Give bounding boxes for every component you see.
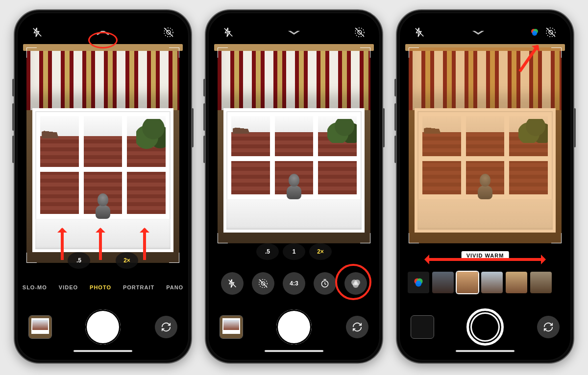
- mode-slomo[interactable]: SLO-MO: [23, 284, 47, 290]
- live-photo-icon[interactable]: [162, 25, 175, 39]
- zoom-2x[interactable]: 2×: [116, 252, 138, 269]
- phone-frame-2: .5 1 2× 4:3: [205, 9, 383, 364]
- filter-selector[interactable]: [404, 270, 566, 295]
- svg-point-25: [416, 281, 421, 286]
- flash-icon[interactable]: [413, 25, 426, 39]
- svg-point-15: [353, 282, 359, 288]
- screen-3: VIVID WARM: [404, 17, 566, 356]
- flash-icon[interactable]: [221, 25, 235, 39]
- last-photo-thumbnail[interactable]: [411, 315, 434, 339]
- mode-video[interactable]: VIDEO: [59, 284, 78, 290]
- switch-camera-button[interactable]: [346, 316, 368, 338]
- tutorial-triptych: .5 2× SLO-MO VIDEO PHOTO PORTRAIT PANO: [0, 0, 588, 375]
- home-indicator[interactable]: [265, 350, 323, 352]
- home-indicator[interactable]: [74, 350, 132, 352]
- toolbar-live-photo-button[interactable]: [252, 272, 274, 295]
- mode-photo[interactable]: PHOTO: [90, 284, 111, 290]
- home-indicator[interactable]: [456, 350, 514, 352]
- zoom-1x[interactable]: 1: [283, 243, 305, 260]
- last-photo-thumbnail[interactable]: [28, 315, 52, 339]
- notch: [443, 17, 527, 31]
- screen-2: .5 1 2× 4:3: [213, 17, 375, 356]
- switch-camera-button[interactable]: [155, 316, 177, 338]
- viewfinder[interactable]: [409, 47, 562, 243]
- screen-1: .5 2× SLO-MO VIDEO PHOTO PORTRAIT PANO: [22, 17, 184, 356]
- last-photo-thumbnail[interactable]: [220, 315, 243, 339]
- filter-active-indicator-icon: [530, 28, 539, 37]
- zoom-0-5x[interactable]: .5: [256, 243, 279, 260]
- viewfinder[interactable]: [218, 47, 370, 243]
- filter-none-button[interactable]: [408, 272, 429, 293]
- shutter-button[interactable]: [466, 308, 504, 346]
- filter-thumb-4[interactable]: [506, 272, 527, 293]
- shutter-bar: [22, 305, 184, 349]
- zoom-2x[interactable]: 2×: [309, 243, 332, 260]
- notch: [252, 17, 336, 31]
- zoom-selector: .5 1 2×: [213, 243, 375, 260]
- filter-thumb-1[interactable]: [432, 272, 454, 293]
- switch-camera-button[interactable]: [537, 316, 560, 338]
- toolbar-filters-button[interactable]: [344, 272, 367, 295]
- mode-selector[interactable]: SLO-MO VIDEO PHOTO PORTRAIT PANO: [22, 281, 184, 294]
- toolbar-timer-button[interactable]: [314, 272, 336, 295]
- camera-toolbar: 4:3: [213, 267, 375, 300]
- filter-thumb-selected[interactable]: [457, 272, 478, 293]
- phone-frame-3: VIVID WARM: [396, 9, 574, 364]
- filter-thumb-3[interactable]: [481, 272, 503, 293]
- zoom-0-5x[interactable]: .5: [68, 252, 90, 269]
- shutter-bar: [404, 305, 566, 349]
- flash-icon[interactable]: [30, 25, 44, 39]
- svg-point-19: [532, 31, 537, 36]
- viewfinder[interactable]: [26, 47, 179, 263]
- live-photo-icon[interactable]: [353, 25, 367, 39]
- toolbar-flash-button[interactable]: [221, 272, 244, 295]
- mode-pano[interactable]: PANO: [166, 284, 183, 290]
- mode-portrait[interactable]: PORTRAIT: [123, 284, 154, 290]
- shutter-button[interactable]: [276, 309, 312, 345]
- shutter-button[interactable]: [85, 309, 121, 345]
- toolbar-aspect-ratio-button[interactable]: 4:3: [283, 272, 305, 295]
- shutter-bar: [213, 305, 375, 349]
- live-photo-icon[interactable]: [544, 25, 558, 39]
- filter-name-label: VIVID WARM: [462, 251, 509, 259]
- zoom-selector: .5 2×: [22, 252, 184, 269]
- phone-frame-1: .5 2× SLO-MO VIDEO PHOTO PORTRAIT PANO: [14, 9, 192, 364]
- notch: [61, 17, 145, 31]
- filter-thumb-5[interactable]: [530, 272, 552, 293]
